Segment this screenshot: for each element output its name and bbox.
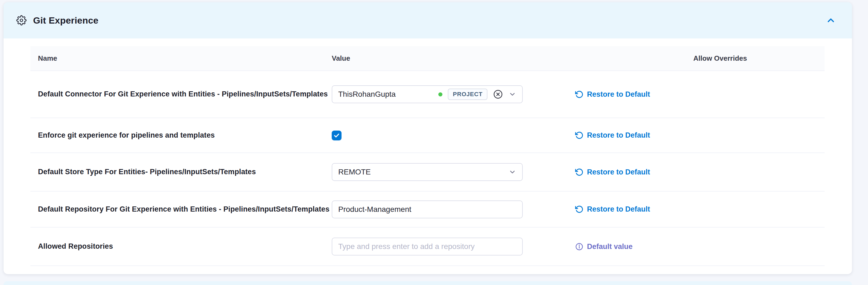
next-section-header-edge xyxy=(3,281,852,285)
section-title: Git Experience xyxy=(33,15,98,26)
restore-default-link[interactable]: Restore to Default xyxy=(575,205,650,213)
section-header[interactable]: Git Experience xyxy=(3,2,852,38)
enforce-git-checkbox[interactable] xyxy=(332,131,341,140)
connector-select[interactable]: ThisRohanGupta PROJECT xyxy=(332,85,523,103)
collapse-button[interactable] xyxy=(824,13,838,27)
git-experience-panel: Git Experience Name Value Allow Override… xyxy=(3,2,852,274)
table-row-default-repository: Default Repository For Git Experience wi… xyxy=(30,191,825,227)
allowed-repositories-input[interactable] xyxy=(332,238,523,255)
setting-label: Default Store Type For Entities- Pipelin… xyxy=(38,168,256,176)
default-repository-input[interactable] xyxy=(332,201,523,218)
default-value-hint[interactable]: Default value xyxy=(575,243,632,251)
settings-table: Name Value Allow Overrides Default Conne… xyxy=(30,46,825,266)
header-allow-overrides: Allow Overrides xyxy=(653,54,787,63)
setting-label: Allowed Repositories xyxy=(38,242,113,250)
chevron-down-icon xyxy=(508,91,516,98)
check-icon xyxy=(333,132,340,139)
header-value: Value xyxy=(332,54,572,63)
table-header-row: Name Value Allow Overrides xyxy=(30,46,825,70)
connector-status-dot xyxy=(438,93,442,97)
setting-label: Default Connector For Git Experience wit… xyxy=(38,90,328,98)
clear-connector-icon[interactable] xyxy=(493,89,503,99)
table-row-default-connector: Default Connector For Git Experience wit… xyxy=(30,70,825,117)
gear-icon xyxy=(16,15,27,26)
scope-badge: PROJECT xyxy=(448,88,488,100)
info-icon xyxy=(575,243,584,251)
setting-label: Default Repository For Git Experience wi… xyxy=(38,205,330,213)
store-type-value: REMOTE xyxy=(338,168,371,176)
restore-icon xyxy=(575,131,584,140)
restore-default-link[interactable]: Restore to Default xyxy=(575,168,650,176)
restore-icon xyxy=(575,90,584,99)
restore-icon xyxy=(575,168,584,176)
store-type-select[interactable]: REMOTE xyxy=(332,163,523,181)
header-name: Name xyxy=(30,54,332,63)
table-row-store-type: Default Store Type For Entities- Pipelin… xyxy=(30,152,825,191)
table-row-enforce-git: Enforce git experience for pipelines and… xyxy=(30,117,825,152)
connector-value: ThisRohanGupta xyxy=(338,90,396,99)
restore-default-link[interactable]: Restore to Default xyxy=(575,131,650,140)
restore-default-link[interactable]: Restore to Default xyxy=(575,90,650,99)
setting-label: Enforce git experience for pipelines and… xyxy=(38,131,215,139)
restore-icon xyxy=(575,205,584,213)
chevron-down-icon xyxy=(508,168,516,176)
chevron-up-icon xyxy=(826,15,836,26)
table-row-allowed-repositories: Allowed Repositories Default value xyxy=(30,227,825,266)
